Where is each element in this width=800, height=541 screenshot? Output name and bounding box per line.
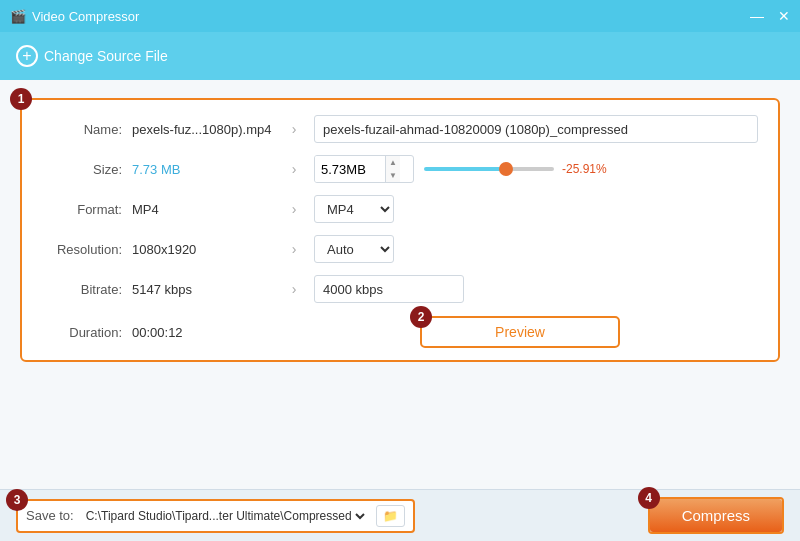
bitrate-row: Bitrate: 5147 kbps › [42,274,758,304]
format-original: MP4 [132,202,282,217]
file-info-panel: 1 Name: pexels-fuz...1080p).mp4 › Size: … [20,98,780,362]
bottom-bar: 3 Save to: C:\Tipard Studio\Tipard...ter… [0,489,800,541]
change-source-button[interactable]: + Change Source File [16,45,168,67]
preview-panel: 2 Preview [420,316,620,348]
size-arrow-icon: › [282,157,306,181]
toolbar: + Change Source File [0,32,800,80]
size-right: ▲ ▼ -25.91% [314,155,758,183]
spinner-down-button[interactable]: ▼ [386,169,400,182]
preview-button[interactable]: Preview [495,324,545,340]
spinner-up-button[interactable]: ▲ [386,156,400,169]
title-bar-left: 🎬 Video Compressor [10,9,139,24]
name-right [314,115,758,143]
bitrate-right [314,275,758,303]
format-select[interactable]: MP4 AVI MOV MKV [314,195,394,223]
format-label: Format: [42,202,132,217]
compress-section: 4 Compress [648,497,784,534]
duration-value: 00:00:12 [132,325,282,340]
save-path-select[interactable]: C:\Tipard Studio\Tipard...ter Ultimate\C… [82,508,368,524]
panel-badge-2: 2 [410,306,432,328]
app-icon: 🎬 [10,9,26,24]
bitrate-original: 5147 kbps [132,282,282,297]
save-badge: 3 [6,489,28,511]
panel-badge-1: 1 [10,88,32,110]
bitrate-input[interactable] [314,275,464,303]
save-label: Save to: [26,508,74,523]
title-bar: 🎬 Video Compressor — ✕ [0,0,800,32]
size-spinner: ▲ ▼ [385,156,400,182]
size-slider[interactable] [424,167,554,171]
name-original: pexels-fuz...1080p).mp4 [132,122,282,137]
folder-icon: 📁 [383,509,398,523]
slider-wrap: -25.91% [424,162,758,176]
save-folder-button[interactable]: 📁 [376,505,405,527]
minimize-button[interactable]: — [750,9,764,23]
resolution-label: Resolution: [42,242,132,257]
duration-label: Duration: [42,325,132,340]
compress-button[interactable]: Compress [650,499,782,532]
main-content: 1 Name: pexels-fuz...1080p).mp4 › Size: … [0,80,800,489]
name-row: Name: pexels-fuz...1080p).mp4 › [42,114,758,144]
slider-percent: -25.91% [562,162,607,176]
size-label: Size: [42,162,132,177]
save-to-section: 3 Save to: C:\Tipard Studio\Tipard...ter… [16,499,415,533]
name-arrow-icon: › [282,117,306,141]
resolution-right: Auto 1080p 720p 480p [314,235,758,263]
resolution-row: Resolution: 1080x1920 › Auto 1080p 720p … [42,234,758,264]
size-original: 7.73 MB [132,162,282,177]
compress-badge: 4 [638,487,660,509]
close-button[interactable]: ✕ [778,9,790,23]
resolution-arrow-icon: › [282,237,306,261]
resolution-select[interactable]: Auto 1080p 720p 480p [314,235,394,263]
size-input-wrap: ▲ ▼ [314,155,414,183]
format-right: MP4 AVI MOV MKV [314,195,758,223]
size-input[interactable] [315,156,385,182]
name-input[interactable] [314,115,758,143]
name-label: Name: [42,122,132,137]
bitrate-label: Bitrate: [42,282,132,297]
format-row: Format: MP4 › MP4 AVI MOV MKV [42,194,758,224]
change-source-label: Change Source File [44,48,168,64]
add-icon: + [16,45,38,67]
size-row: Size: 7.73 MB › ▲ ▼ -25.91% [42,154,758,184]
format-arrow-icon: › [282,197,306,221]
title-bar-controls: — ✕ [750,9,790,23]
app-title: Video Compressor [32,9,139,24]
bitrate-arrow-icon: › [282,277,306,301]
resolution-original: 1080x1920 [132,242,282,257]
